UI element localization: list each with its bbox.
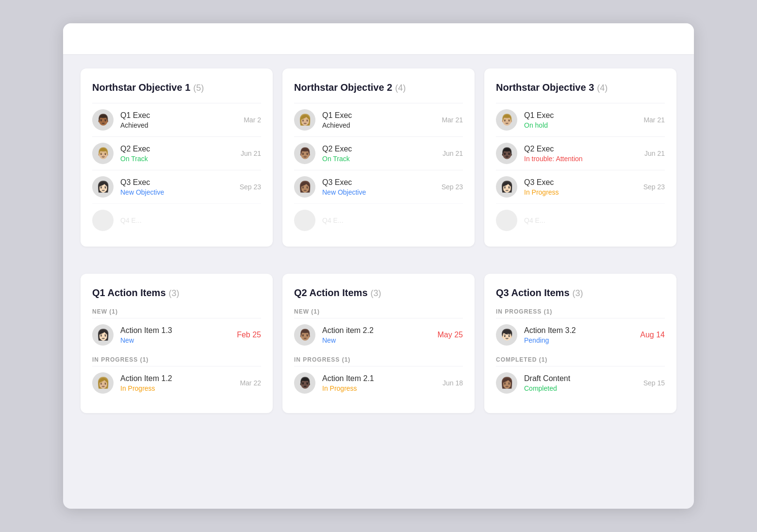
objective-name: Q2 Exec: [322, 145, 436, 153]
objective-date: Mar 21: [643, 116, 665, 124]
objective-date: Sep 23: [240, 183, 261, 191]
avatar: 👩🏽: [294, 176, 315, 198]
action-items-card-title: Q3 Action Items (3): [496, 287, 665, 299]
avatar-partial: [294, 210, 315, 231]
objective-item[interactable]: 👨🏾 Q1 Exec Achieved Mar 2: [92, 103, 261, 136]
action-item-status: New: [322, 336, 431, 344]
northstar-card-3: Northstar Objective 3 (4) 👨🏼 Q1 Exec On …: [484, 68, 676, 247]
avatar: 👩🏽: [496, 372, 517, 394]
objective-item[interactable]: 👩🏻 Q3 Exec In Progress Sep 23: [496, 170, 665, 203]
objective-date: Sep 23: [643, 183, 665, 191]
section-label: IN PROGRESS (1): [294, 356, 463, 363]
objective-item[interactable]: 👩🏽 Q3 Exec New Objective Sep 23: [294, 170, 463, 203]
action-item-date: May 25: [438, 331, 463, 339]
action-item-status: New: [120, 336, 230, 344]
action-item-status: Completed: [524, 384, 637, 392]
avatar: 👦🏻: [496, 324, 517, 346]
objective-name: Q3 Exec: [524, 178, 637, 187]
northstar-card-title: Northstar Objective 2 (4): [294, 82, 463, 93]
action-item-date: Jun 18: [443, 379, 463, 387]
action-item-name: Draft Content: [524, 374, 637, 383]
northstar-card-2: Northstar Objective 2 (4) 👩🏼 Q1 Exec Ach…: [282, 68, 475, 247]
objective-item[interactable]: 👩🏻 Q3 Exec New Objective Sep 23: [92, 170, 261, 203]
avatar: 👨🏼: [496, 109, 517, 131]
objective-date: Mar 21: [442, 116, 463, 124]
section-label: COMPLETED (1): [496, 356, 665, 363]
objective-item[interactable]: 👨🏿 Q2 Exec In trouble: Attention Jun 21: [496, 136, 665, 170]
action-items-card-title: Q1 Action Items (3): [92, 287, 261, 299]
objective-item[interactable]: 👨🏼 Q1 Exec On hold Mar 21: [496, 103, 665, 136]
action-items-card-3: Q3 Action Items (3) IN PROGRESS (1) 👦🏻 A…: [484, 274, 676, 413]
objective-name: Q3 Exec: [120, 178, 233, 187]
action-item[interactable]: 👩🏽 Draft Content Completed Sep 15: [496, 366, 665, 399]
action-item-name: Action Item 1.3: [120, 326, 230, 335]
action-item[interactable]: 👨🏿 Action Item 2.1 In Progress Jun 18: [294, 366, 463, 399]
objective-date: Jun 21: [241, 150, 261, 157]
app-container: Northstar Objective 1 (5) 👨🏾 Q1 Exec Ach…: [63, 23, 694, 509]
action-item-date: Sep 15: [643, 379, 665, 387]
objective-item[interactable]: 👩🏼 Q1 Exec Achieved Mar 21: [294, 103, 463, 136]
avatar: 👩🏻: [92, 176, 114, 198]
avatar: 👩🏼: [92, 372, 114, 394]
objective-name: Q3 Exec: [322, 178, 435, 187]
action-item-name: Action Item 3.2: [524, 326, 633, 335]
objective-item-partial: Q4 E...: [496, 203, 665, 233]
header: [63, 23, 694, 54]
objective-date: Jun 21: [443, 150, 463, 157]
northstar-card-title: Northstar Objective 3 (4): [496, 82, 665, 93]
section-label: NEW (1): [92, 308, 261, 315]
action-item-name: Action item 2.2: [322, 326, 431, 335]
objective-status: On Track: [322, 155, 436, 163]
action-item-date: Feb 25: [237, 331, 261, 339]
objective-name: Q1 Exec: [524, 111, 637, 120]
avatar: 👨🏽: [294, 143, 315, 164]
avatar: 👨🏽: [294, 324, 315, 346]
avatar-partial: [92, 210, 114, 231]
northstar-card-title: Northstar Objective 1 (5): [92, 82, 261, 93]
objective-status: On hold: [524, 121, 637, 129]
objective-name: Q1 Exec: [120, 111, 237, 120]
section-label: NEW (1): [294, 308, 463, 315]
action-item-date: Aug 14: [640, 331, 665, 339]
objective-item-partial: Q4 E...: [92, 203, 261, 233]
section-label: IN PROGRESS (1): [496, 308, 665, 315]
avatar: 👩🏻: [496, 176, 517, 198]
action-item-status: Pending: [524, 336, 633, 344]
objective-name: Q2 Exec: [120, 145, 234, 153]
objective-status: Achieved: [322, 121, 435, 129]
avatar: 👨🏿: [496, 143, 517, 164]
action-items-card-2: Q2 Action Items (3) NEW (1) 👨🏽 Action it…: [282, 274, 475, 413]
action-items-card-1: Q1 Action Items (3) NEW (1) 👩🏻 Action It…: [81, 274, 273, 413]
objective-date: Mar 2: [244, 116, 261, 124]
section-label: IN PROGRESS (1): [92, 356, 261, 363]
action-item-date: Mar 22: [240, 379, 261, 387]
objective-status: In Progress: [524, 188, 637, 196]
objective-status: In trouble: Attention: [524, 155, 638, 163]
objective-item-partial: Q4 E...: [294, 203, 463, 233]
objective-status: On Track: [120, 155, 234, 163]
action-item-status: In Progress: [322, 384, 436, 392]
objective-date: Jun 21: [644, 150, 665, 157]
objective-item[interactable]: 👨🏼 Q2 Exec On Track Jun 21: [92, 136, 261, 170]
action-items-card-title: Q2 Action Items (3): [294, 287, 463, 299]
avatar: 👨🏾: [92, 109, 114, 131]
northstar-card-1: Northstar Objective 1 (5) 👨🏾 Q1 Exec Ach…: [81, 68, 273, 247]
avatar-partial: [496, 210, 517, 231]
avatar: 👩🏻: [92, 324, 114, 346]
objective-status: New Objective: [322, 188, 435, 196]
objective-status: Achieved: [120, 121, 237, 129]
action-item[interactable]: 👩🏼 Action Item 1.2 In Progress Mar 22: [92, 366, 261, 399]
action-item[interactable]: 👨🏽 Action item 2.2 New May 25: [294, 318, 463, 351]
action-items-grid: Q1 Action Items (3) NEW (1) 👩🏻 Action It…: [63, 260, 694, 427]
objective-status: New Objective: [120, 188, 233, 196]
avatar: 👨🏿: [294, 372, 315, 394]
action-item[interactable]: 👦🏻 Action Item 3.2 Pending Aug 14: [496, 318, 665, 351]
action-item[interactable]: 👩🏻 Action Item 1.3 New Feb 25: [92, 318, 261, 351]
avatar: 👩🏼: [294, 109, 315, 131]
action-item-status: In Progress: [120, 384, 233, 392]
objective-date: Sep 23: [442, 183, 463, 191]
objective-item[interactable]: 👨🏽 Q2 Exec On Track Jun 21: [294, 136, 463, 170]
action-item-name: Action Item 2.1: [322, 374, 436, 383]
objective-name: Q1 Exec: [322, 111, 435, 120]
objective-name: Q2 Exec: [524, 145, 638, 153]
